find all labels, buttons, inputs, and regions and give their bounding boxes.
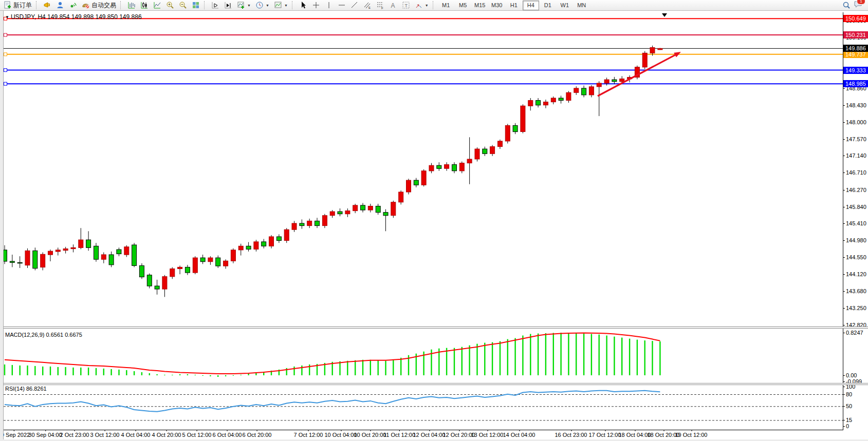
fibonacci-tool-button[interactable]: F (374, 0, 386, 11)
horizontal-line-tool-button[interactable] (336, 0, 348, 11)
candle-body (421, 171, 426, 185)
candle-body (185, 267, 190, 273)
cursor-tool-button[interactable] (297, 0, 309, 11)
chart-shift-button[interactable] (222, 0, 234, 11)
label-tool-button[interactable]: T (400, 0, 412, 11)
timeframe-button-h4[interactable]: H4 (523, 1, 539, 10)
alerts-button[interactable] (41, 0, 53, 11)
text-tool-button[interactable]: A (387, 0, 399, 11)
chat-button[interactable]: 1 (854, 0, 862, 10)
channel-tool-button[interactable]: E (361, 0, 374, 11)
hline-price-label: 150.231 (843, 31, 868, 39)
hline-anchor (4, 82, 7, 85)
price-tick-label: 144.550 (846, 254, 866, 261)
candle-body (407, 180, 411, 192)
new-order-button[interactable]: 新订单 (2, 0, 34, 11)
candle-body (41, 254, 45, 267)
shapes-tool-button[interactable]: ▼ (413, 0, 431, 11)
macd-label: MACD(12,26,9) 0.6561 0.6675 (5, 332, 82, 338)
candle-body (650, 48, 655, 53)
candle-body (94, 246, 99, 259)
crosshair-tool-button[interactable] (310, 0, 322, 11)
macd-hist-bar (355, 360, 356, 375)
macd-hist-bar (385, 361, 386, 375)
price-tick-label: 147.140 (846, 152, 866, 159)
search-icon[interactable] (842, 1, 851, 9)
macd-hist-bar (141, 372, 142, 375)
macd-hist-bar (58, 367, 59, 375)
time-tick-label: 10 Oct 04:00 (325, 432, 357, 438)
candle-body (292, 223, 297, 229)
line-chart-button[interactable] (151, 0, 163, 11)
market-button[interactable] (54, 0, 66, 11)
candle-body (528, 101, 533, 106)
rsi-line (5, 391, 660, 412)
fibonacci-icon: F (376, 1, 384, 9)
macd-hist-bar (210, 375, 211, 376)
new-chart-icon (237, 1, 245, 9)
time-tick-label: 11 Oct 12:00 (383, 432, 415, 438)
candlestick-button[interactable] (138, 0, 151, 11)
auto-scroll-button[interactable] (209, 0, 221, 11)
timeframe-button-d1[interactable]: D1 (540, 1, 556, 10)
timeframe-button-m1[interactable]: M1 (438, 1, 454, 10)
chart-menu-icon[interactable]: ▼ (5, 15, 9, 20)
candle-body (48, 251, 53, 255)
auto-trading-icon (82, 1, 90, 9)
time-tick-label: 18 Oct 04:00 (619, 432, 651, 438)
timeframe-button-m15[interactable]: M15 (472, 1, 488, 10)
pane-splitter[interactable] (0, 327, 868, 329)
macd-hist-bar (568, 333, 569, 376)
candle-body (467, 159, 472, 163)
svg-text:A: A (391, 2, 395, 9)
auto-trading-button[interactable]: 自动交易 (80, 0, 118, 11)
hline-price-label: 149.333 (843, 67, 868, 74)
bar-chart-button[interactable] (125, 0, 138, 11)
candle-body (620, 79, 624, 82)
price-axis-line (843, 12, 843, 430)
main-chart-pane[interactable] (4, 12, 843, 327)
window-left-edge (0, 11, 4, 441)
trendline-tool-button[interactable] (348, 0, 361, 11)
chevron-down-icon: ▼ (247, 4, 251, 7)
vertical-line-tool-button[interactable] (323, 0, 335, 11)
signals-button[interactable] (67, 0, 79, 11)
periods-button[interactable]: ▼ (253, 0, 271, 11)
price-tick-label: 145.840 (846, 204, 866, 210)
candle-body (505, 125, 510, 141)
macd-hist-bar (118, 370, 119, 375)
timeframe-button-mn[interactable]: MN (574, 1, 590, 10)
macd-hist-bar (233, 375, 234, 376)
tile-windows-button[interactable] (190, 0, 202, 11)
macd-hist-bar (400, 358, 401, 375)
candle-body (262, 242, 266, 246)
macd-hist-bar (4, 365, 5, 375)
zoom-out-button[interactable] (177, 0, 189, 11)
macd-hist-bar (629, 339, 630, 375)
macd-hist-bar (507, 339, 508, 375)
templates-button[interactable]: ▼ (272, 0, 290, 11)
candle-body (193, 258, 197, 273)
timeframe-button-h1[interactable]: H1 (506, 1, 522, 10)
time-tick-label: 7 Oct 12:00 (294, 432, 323, 438)
zoom-out-icon (179, 1, 187, 9)
macd-hist-bar (599, 335, 600, 376)
hline-anchor (4, 53, 7, 56)
macd-hist-bar (378, 360, 379, 375)
megaphone-icon (43, 1, 51, 9)
candle-body (56, 250, 60, 252)
new-chart-button[interactable]: ▼ (235, 0, 253, 11)
macd-hist-bar (42, 367, 43, 375)
pane-splitter[interactable] (0, 383, 868, 385)
candle-body (17, 262, 22, 263)
rsi-pane[interactable] (4, 385, 843, 430)
timeframe-button-m5[interactable]: M5 (455, 1, 471, 10)
timeframe-button-w1[interactable]: W1 (557, 1, 573, 10)
auto-scroll-icon (211, 1, 219, 9)
candle-body (574, 88, 579, 92)
zoom-in-icon (166, 1, 174, 9)
timeframe-button-m30[interactable]: M30 (489, 1, 505, 10)
macd-hist-bar (591, 334, 592, 376)
macd-pane[interactable] (4, 329, 843, 383)
zoom-in-button[interactable] (164, 0, 176, 11)
